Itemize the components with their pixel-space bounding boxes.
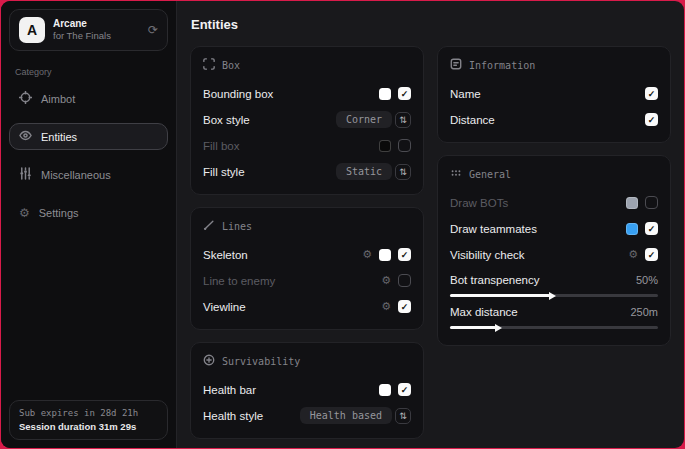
app-logo: A — [19, 17, 45, 43]
app-header-card: A Arcane for The Finals ⟳ — [9, 9, 168, 51]
section-title: Box — [222, 60, 240, 71]
sidebar-item-label: Settings — [39, 207, 79, 219]
grid-dots-icon — [450, 167, 462, 181]
entities-icon — [19, 129, 32, 144]
sidebar-item-label: Miscellaneous — [41, 169, 111, 181]
sliders-icon — [19, 167, 32, 182]
draw-bots-checkbox[interactable] — [645, 196, 658, 209]
color-swatch[interactable] — [379, 249, 391, 261]
visibility-check-checkbox[interactable] — [645, 248, 658, 261]
general-section: General Draw BOTs Draw teammates — [437, 155, 671, 346]
box-section: Box Bounding box Box style Corner ⇅ — [190, 46, 424, 195]
bounding-box-checkbox[interactable] — [398, 87, 411, 100]
gear-icon: ⚙ — [19, 207, 30, 219]
setting-row-health-bar: Health bar — [203, 379, 411, 400]
health-cross-icon — [203, 354, 215, 368]
sidebar-item-label: Aimbot — [41, 93, 75, 105]
max-distance-slider[interactable] — [450, 326, 658, 329]
sidebar-item-entities[interactable]: Entities — [9, 123, 168, 150]
viewline-checkbox[interactable] — [398, 300, 411, 313]
updown-arrows-icon: ⇅ — [395, 112, 411, 128]
line-to-enemy-checkbox[interactable] — [398, 274, 411, 287]
page-title: Entities — [177, 1, 684, 44]
color-swatch[interactable] — [626, 223, 638, 235]
bot-transparency-slider[interactable] — [450, 294, 658, 297]
distance-checkbox[interactable] — [645, 113, 658, 126]
sidebar-nav: Aimbot Entities Miscellaneous ⚙ Settings — [9, 85, 168, 226]
setting-row-draw-bots: Draw BOTs — [450, 192, 658, 213]
setting-row-visibility-check: Visibility check ⚙ — [450, 244, 658, 265]
sub-expiry-text: Sub expires in 28d 21h — [19, 408, 158, 418]
refresh-icon[interactable]: ⟳ — [148, 23, 158, 37]
session-duration-text: Session duration 31m 29s — [19, 421, 158, 432]
setting-row-fill-style: Fill style Static ⇅ — [203, 161, 411, 182]
color-swatch[interactable] — [379, 140, 391, 152]
setting-row-box-style: Box style Corner ⇅ — [203, 109, 411, 130]
setting-row-skeleton: Skeleton ⚙ — [203, 244, 411, 265]
setting-row-viewline: Viewline ⚙ — [203, 296, 411, 317]
gear-icon[interactable]: ⚙ — [362, 249, 372, 260]
health-style-dropdown[interactable]: Health based ⇅ — [300, 407, 411, 424]
setting-row-health-style: Health style Health based ⇅ — [203, 405, 411, 426]
section-title: Information — [469, 60, 535, 71]
sidebar-item-label: Entities — [41, 131, 77, 143]
name-checkbox[interactable] — [645, 87, 658, 100]
sidebar-item-aimbot[interactable]: Aimbot — [9, 85, 168, 112]
app-subtitle: for The Finals — [53, 30, 140, 42]
main-content: Entities Box Bounding box — [177, 1, 684, 448]
sidebar-item-settings[interactable]: ⚙ Settings — [9, 199, 168, 226]
crosshair-icon — [19, 91, 32, 106]
updown-arrows-icon: ⇅ — [395, 408, 411, 424]
information-icon — [450, 58, 462, 72]
skeleton-checkbox[interactable] — [398, 248, 411, 261]
bot-transparency-value: 50% — [636, 274, 658, 286]
setting-row-fill-box: Fill box — [203, 135, 411, 156]
gear-icon[interactable]: ⚙ — [381, 275, 391, 286]
gear-icon[interactable]: ⚙ — [628, 249, 638, 260]
bot-transparency-slider-group: Bot transpenency 50% — [450, 274, 658, 297]
box-corners-icon — [203, 58, 215, 72]
color-swatch[interactable] — [379, 88, 391, 100]
fill-box-checkbox[interactable] — [398, 139, 411, 152]
section-title: Survivability — [222, 356, 300, 367]
slider-handle[interactable] — [495, 324, 502, 332]
slider-handle[interactable] — [549, 292, 556, 300]
max-distance-value: 250m — [630, 306, 658, 318]
survivability-section: Survivability Health bar Health style He… — [190, 342, 424, 439]
max-distance-slider-group: Max distance 250m — [450, 306, 658, 329]
setting-row-name: Name — [450, 83, 658, 104]
section-title: Lines — [222, 221, 252, 232]
app-window: A Arcane for The Finals ⟳ Category Aimbo… — [1, 1, 684, 448]
lines-section: Lines Skeleton ⚙ Line to enemy ⚙ — [190, 207, 424, 330]
subscription-card: Sub expires in 28d 21h Session duration … — [9, 400, 168, 440]
draw-teammates-checkbox[interactable] — [645, 222, 658, 235]
setting-row-distance: Distance — [450, 109, 658, 130]
fill-style-dropdown[interactable]: Static ⇅ — [336, 163, 411, 180]
gear-icon[interactable]: ⚙ — [381, 301, 391, 312]
category-label: Category — [15, 67, 162, 77]
setting-row-draw-teammates: Draw teammates — [450, 218, 658, 239]
setting-row-line-to-enemy: Line to enemy ⚙ — [203, 270, 411, 291]
app-title-block: Arcane for The Finals — [53, 18, 140, 42]
color-swatch[interactable] — [379, 384, 391, 396]
sidebar: A Arcane for The Finals ⟳ Category Aimbo… — [1, 1, 177, 448]
information-section: Information Name Distance — [437, 46, 671, 143]
box-style-dropdown[interactable]: Corner ⇅ — [336, 111, 411, 128]
section-title: General — [469, 169, 511, 180]
health-bar-checkbox[interactable] — [398, 383, 411, 396]
app-name: Arcane — [53, 18, 140, 31]
sidebar-item-miscellaneous[interactable]: Miscellaneous — [9, 161, 168, 188]
diagonal-line-icon — [203, 219, 215, 233]
setting-row-bounding-box: Bounding box — [203, 83, 411, 104]
color-swatch[interactable] — [626, 197, 638, 209]
updown-arrows-icon: ⇅ — [395, 164, 411, 180]
